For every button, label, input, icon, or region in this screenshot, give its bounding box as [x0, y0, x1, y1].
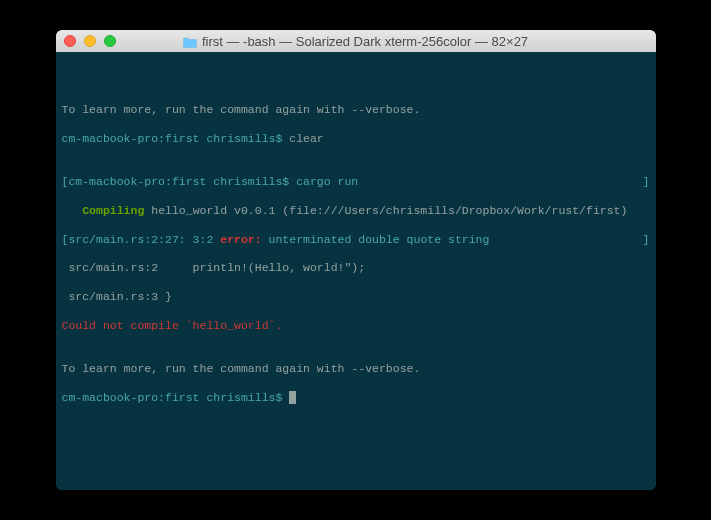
- titlebar[interactable]: first — -bash — Solarized Dark xterm-256…: [56, 30, 656, 52]
- source-line: src/main.rs:2 println!(Hello, world!");: [62, 261, 650, 275]
- fail-line: Could not compile `hello_world`.: [62, 319, 650, 333]
- compiling-label: Compiling: [62, 204, 145, 217]
- folder-icon: [183, 36, 197, 47]
- bracket-right: ]: [643, 175, 650, 189]
- output-line: [cm-macbook-pro:first chrismills$ cargo …: [62, 175, 650, 189]
- terminal-body[interactable]: To learn more, run the command again wit…: [56, 52, 656, 490]
- output-line: To learn more, run the command again wit…: [62, 103, 650, 117]
- maximize-icon[interactable]: [104, 35, 116, 47]
- prompt-host: cm-macbook-pro:first chrismills$: [62, 391, 290, 404]
- bracket-right: ]: [643, 233, 650, 247]
- prompt-cmd: clear: [289, 132, 324, 145]
- window-title-text: first — -bash — Solarized Dark xterm-256…: [202, 34, 528, 49]
- compiling-text: hello_world v0.0.1 (file:///Users/chrism…: [144, 204, 627, 217]
- output-line: Compiling hello_world v0.0.1 (file:///Us…: [62, 204, 650, 218]
- output-line: [62, 74, 650, 88]
- traffic-lights: [64, 35, 116, 47]
- prompt-host: cm-macbook-pro:first chrismills$: [62, 132, 290, 145]
- window-title: first — -bash — Solarized Dark xterm-256…: [56, 34, 656, 49]
- error-loc: [src/main.rs:2:27: 3:2: [62, 233, 221, 246]
- terminal-window: first — -bash — Solarized Dark xterm-256…: [56, 30, 656, 490]
- bracket-left: [cm-macbook-pro:first chrismills$ cargo …: [62, 175, 359, 189]
- error-label: error:: [220, 233, 261, 246]
- error-msg: unterminated double quote string: [262, 233, 490, 246]
- prompt-line: cm-macbook-pro:first chrismills$: [62, 391, 650, 405]
- output-line: To learn more, run the command again wit…: [62, 362, 650, 376]
- cursor: [289, 391, 296, 404]
- error-line: [src/main.rs:2:27: 3:2 error: unterminat…: [62, 233, 650, 247]
- source-line: src/main.rs:3 }: [62, 290, 650, 304]
- close-icon[interactable]: [64, 35, 76, 47]
- minimize-icon[interactable]: [84, 35, 96, 47]
- prompt-line: cm-macbook-pro:first chrismills$ clear: [62, 132, 650, 146]
